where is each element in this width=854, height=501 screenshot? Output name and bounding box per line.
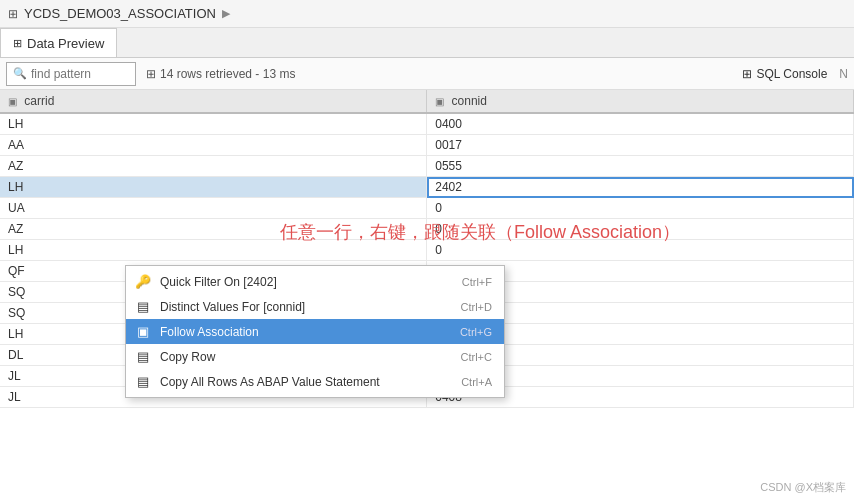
table-header-row: ▣ carrid ▣ connid bbox=[0, 90, 854, 113]
cell-connid: 0017 bbox=[427, 135, 854, 156]
tab-bar: ⊞ Data Preview bbox=[0, 28, 854, 58]
status-icon: ⊞ bbox=[146, 67, 156, 81]
menu-item-label: Quick Filter On [2402] bbox=[160, 275, 454, 289]
search-icon: 🔍 bbox=[13, 67, 27, 80]
cell-carrid: LH bbox=[0, 113, 427, 135]
toolbar-status: ⊞ 14 rows retrieved - 13 ms bbox=[146, 67, 295, 81]
menu-item-icon: ▤ bbox=[134, 374, 152, 389]
table-row[interactable]: AZ0555 bbox=[0, 156, 854, 177]
toolbar-right: ⊞ SQL Console N bbox=[742, 67, 848, 81]
menu-item-label: Distinct Values For [connid] bbox=[160, 300, 453, 314]
sql-console-label: SQL Console bbox=[756, 67, 827, 81]
table-row[interactable]: AA0017 bbox=[0, 135, 854, 156]
watermark: CSDN @X档案库 bbox=[760, 480, 846, 495]
cell-connid: 0 bbox=[427, 198, 854, 219]
col-connid-icon: ▣ bbox=[435, 96, 444, 107]
table-row[interactable]: LH0400 bbox=[0, 113, 854, 135]
menu-item-shortcut: Ctrl+D bbox=[461, 301, 492, 313]
table-container: ▣ carrid ▣ connid LH0400AA0017AZ0555LH24… bbox=[0, 90, 854, 501]
menu-item-shortcut: Ctrl+C bbox=[461, 351, 492, 363]
menu-item-icon: ▤ bbox=[134, 299, 152, 314]
sql-console-icon: ⊞ bbox=[742, 67, 752, 81]
menu-item-shortcut: Ctrl+G bbox=[460, 326, 492, 338]
col-connid-label: connid bbox=[452, 94, 487, 108]
cell-connid: 0555 bbox=[427, 156, 854, 177]
menu-item-shortcut: Ctrl+A bbox=[461, 376, 492, 388]
menu-item-label: Copy Row bbox=[160, 350, 453, 364]
find-pattern-box[interactable]: 🔍 bbox=[6, 62, 136, 86]
find-pattern-input[interactable] bbox=[31, 67, 129, 81]
title-text: YCDS_DEMO03_ASSOCIATION bbox=[24, 6, 216, 21]
title-arrow: ▶ bbox=[222, 7, 230, 20]
status-text: 14 rows retrieved - 13 ms bbox=[160, 67, 295, 81]
table-row[interactable]: AZ0 bbox=[0, 219, 854, 240]
title-icon: ⊞ bbox=[8, 7, 18, 21]
cell-carrid: LH bbox=[0, 240, 427, 261]
title-bar: ⊞ YCDS_DEMO03_ASSOCIATION ▶ bbox=[0, 0, 854, 28]
sql-console-button[interactable]: ⊞ SQL Console bbox=[742, 67, 827, 81]
cell-carrid: AZ bbox=[0, 156, 427, 177]
tab-icon: ⊞ bbox=[13, 37, 22, 50]
tab-label: Data Preview bbox=[27, 36, 104, 51]
cell-connid: 0 bbox=[427, 219, 854, 240]
tab-data-preview[interactable]: ⊞ Data Preview bbox=[0, 28, 117, 57]
table-row[interactable]: LH2402 bbox=[0, 177, 854, 198]
toolbar: 🔍 ⊞ 14 rows retrieved - 13 ms ⊞ SQL Cons… bbox=[0, 58, 854, 90]
context-menu-item[interactable]: ▤Copy RowCtrl+C bbox=[126, 344, 504, 369]
menu-item-icon: ▤ bbox=[134, 349, 152, 364]
context-menu-item[interactable]: ▣Follow AssociationCtrl+G bbox=[126, 319, 504, 344]
n-label: N bbox=[839, 67, 848, 81]
cell-carrid: AA bbox=[0, 135, 427, 156]
cell-connid: 0 bbox=[427, 240, 854, 261]
context-menu: 🔑Quick Filter On [2402]Ctrl+F▤Distinct V… bbox=[125, 265, 505, 398]
menu-item-shortcut: Ctrl+F bbox=[462, 276, 492, 288]
menu-item-icon: 🔑 bbox=[134, 274, 152, 289]
menu-item-label: Copy All Rows As ABAP Value Statement bbox=[160, 375, 453, 389]
col-carrid-label: carrid bbox=[24, 94, 54, 108]
cell-connid: 0400 bbox=[427, 113, 854, 135]
cell-carrid: AZ bbox=[0, 219, 427, 240]
table-row[interactable]: UA0 bbox=[0, 198, 854, 219]
menu-item-label: Follow Association bbox=[160, 325, 452, 339]
context-menu-item[interactable]: ▤Distinct Values For [connid]Ctrl+D bbox=[126, 294, 504, 319]
menu-item-icon: ▣ bbox=[134, 324, 152, 339]
context-menu-item[interactable]: ▤Copy All Rows As ABAP Value StatementCt… bbox=[126, 369, 504, 394]
cell-carrid: UA bbox=[0, 198, 427, 219]
table-row[interactable]: LH0 bbox=[0, 240, 854, 261]
col-connid[interactable]: ▣ connid bbox=[427, 90, 854, 113]
cell-carrid: LH bbox=[0, 177, 427, 198]
col-carrid-icon: ▣ bbox=[8, 96, 17, 107]
cell-connid: 2402 bbox=[427, 177, 854, 198]
col-carrid[interactable]: ▣ carrid bbox=[0, 90, 427, 113]
context-menu-item[interactable]: 🔑Quick Filter On [2402]Ctrl+F bbox=[126, 269, 504, 294]
